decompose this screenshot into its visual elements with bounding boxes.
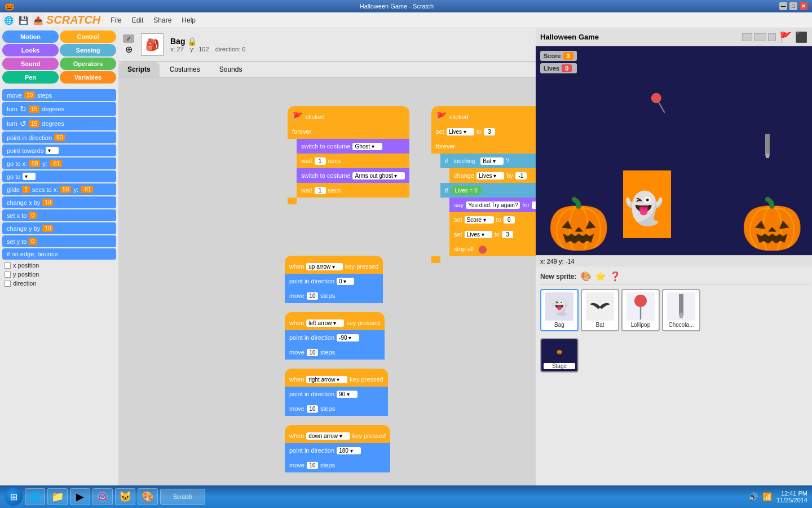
add-costume-icon[interactable]: ⊕ (125, 44, 133, 55)
block-point-dir[interactable]: point in direction 90 (2, 132, 116, 143)
move-left[interactable]: move 10 steps (285, 345, 385, 360)
tab-costumes[interactable]: Costumes (161, 62, 209, 77)
hat-up-arrow[interactable]: when up arrow ▾ key pressed (285, 256, 383, 274)
taskbar-active-window[interactable]: Scratch (160, 489, 205, 505)
cat-sound[interactable]: Sound (2, 58, 59, 70)
stage-canvas[interactable]: Score 3 Lives 0 (536, 46, 812, 255)
start-button[interactable]: ⊞ (5, 488, 23, 506)
close-button[interactable]: ✕ (800, 2, 807, 10)
forever-block-1[interactable]: forever (288, 124, 409, 139)
block-point-towards[interactable]: point towards ▾ (2, 144, 116, 156)
move-up[interactable]: move 10 steps (285, 288, 383, 303)
lollipop-sprite (648, 90, 671, 118)
checkbox-xpos[interactable]: x position (2, 261, 116, 270)
taskbar-ie[interactable]: 🌐 (25, 488, 45, 505)
hat-down-arrow[interactable]: when down arrow ▾ key pressed (285, 425, 390, 443)
block-move[interactable]: move 10 steps (2, 89, 116, 101)
block-goto-xy[interactable]: go to x: 58 y: -81 (2, 157, 116, 169)
speaker-icon: 🔊 (748, 492, 758, 501)
stop-all-block[interactable]: stop all ⬤ (449, 242, 536, 256)
wait-2[interactable]: wait 1 secs (297, 183, 409, 198)
switch-costume-2[interactable]: switch to costume Arms out ghost ▾ (297, 168, 409, 183)
tab-scripts[interactable]: Scripts (118, 62, 160, 77)
point-dir-right[interactable]: point in direction 90 ▾ (285, 387, 388, 401)
switch-costume-1[interactable]: switch to costume Ghost ▾ (297, 139, 409, 154)
if-lives-zero[interactable]: if Lives = 0 (440, 183, 536, 198)
menu-file[interactable]: File (106, 14, 126, 27)
view-btn-2[interactable] (754, 33, 766, 41)
globe-icon[interactable]: 🌐 (2, 14, 15, 27)
menu-help[interactable]: Help (177, 14, 200, 27)
block-turn-ccw[interactable]: turn ↺ 15 degrees (2, 117, 116, 130)
scripts-area[interactable]: 🚩 clicked forever switch to costume Ghos… (118, 78, 536, 508)
point-dir-down[interactable]: point in direction 180 ▾ (285, 443, 390, 458)
sprite-card-bat[interactable]: Bat (581, 289, 619, 331)
view-btn-1[interactable] (742, 33, 752, 41)
paint-sprite-btn[interactable]: 🎨 (580, 271, 592, 282)
point-dir-up[interactable]: point in direction 0 ▾ (285, 274, 383, 288)
stage-controls: 🚩 ⬛ (742, 31, 807, 43)
move-down[interactable]: move 10 steps (285, 458, 390, 472)
bat-name: Bat (584, 322, 616, 328)
cat-pen[interactable]: Pen (2, 71, 59, 84)
green-flag-btn[interactable]: 🚩 (779, 31, 792, 43)
taskbar-chrome[interactable] (92, 488, 113, 505)
block-goto[interactable]: go to ▾ (2, 170, 116, 182)
hat-left-arrow[interactable]: when left arrow ▾ key pressed (285, 312, 385, 330)
set-lives-3[interactable]: set Lives ▾ to 3 (449, 227, 536, 242)
star-sprite-btn[interactable]: ⭐ (595, 271, 606, 282)
cat-sensing[interactable]: Sensing (60, 44, 116, 56)
checkbox-ypos[interactable]: y position (2, 270, 116, 279)
stage-card[interactable]: 🎃 Stage (540, 338, 579, 373)
hat-right-arrow[interactable]: when right arrow ▾ key pressed (285, 369, 388, 387)
taskbar-scratch[interactable]: 🐱 (115, 488, 135, 505)
minimize-button[interactable]: — (779, 2, 787, 10)
stop-btn[interactable]: ⬛ (795, 31, 807, 43)
maximize-button[interactable]: □ (789, 2, 797, 10)
cat-motion[interactable]: Motion (2, 30, 59, 43)
set-score-zero[interactable]: set Score ▾ to 0 (449, 212, 536, 227)
wait-1[interactable]: wait 1 secs (297, 154, 409, 168)
move-right[interactable]: move 10 steps (285, 401, 388, 416)
cat-control[interactable]: Control (60, 30, 116, 43)
block-glide[interactable]: glide 1 secs to x: 58 y: -81 (2, 183, 116, 195)
block-turn-cw[interactable]: turn ↻ 15 degrees (2, 102, 116, 116)
taskbar-media[interactable]: ▶ (70, 488, 90, 505)
sprite-card-bag[interactable]: 👻 Bag (540, 289, 579, 331)
save-icon[interactable]: 💾 (17, 14, 29, 27)
change-lives-block[interactable]: change Lives ▾ by -1 (449, 168, 536, 183)
block-change-y[interactable]: change y by 10 (2, 222, 116, 234)
menu-edit[interactable]: Edit (127, 14, 148, 27)
taskbar: ⊞ 🌐 📁 ▶ 🐱 🎨 Scratch 🔊 📶 12:41 PM 11/25/2… (0, 485, 812, 508)
sprite-card-lollipop[interactable]: Lollipop (621, 289, 660, 331)
cat-operators[interactable]: Operators (60, 58, 116, 70)
lives-row: Lives 0 (540, 63, 577, 73)
view-btn-3[interactable] (768, 33, 776, 41)
hat-when-clicked-2[interactable]: 🚩 clicked (431, 106, 536, 124)
tab-sounds[interactable]: Sounds (210, 62, 251, 77)
block-set-y[interactable]: set y to 0 (2, 235, 116, 247)
block-set-x[interactable]: set x to 0 (2, 209, 116, 221)
sprite-card-chocolate[interactable]: Chocola... (662, 289, 700, 331)
share-icon[interactable]: 📤 (32, 14, 44, 27)
random-sprite-btn[interactable]: ❓ (610, 271, 621, 282)
svg-rect-6 (679, 294, 683, 316)
block-edge-bounce[interactable]: if on edge, bounce (2, 248, 116, 260)
cat-variables[interactable]: Variables (60, 71, 116, 84)
point-dir-left[interactable]: point in direction -90 ▾ (285, 330, 385, 345)
say-block[interactable]: say You died.Try again? for 2 secs (449, 198, 536, 212)
script-up-arrow: when up arrow ▾ key pressed point in dir… (285, 256, 383, 303)
block-change-x[interactable]: change x by 10 (2, 196, 116, 208)
hat-when-clicked-1[interactable]: 🚩 clicked (288, 106, 409, 124)
if-touching-bat[interactable]: if touching Bat ▾ ? (440, 154, 536, 168)
lock-icon[interactable]: 🔒 (187, 37, 197, 46)
cat-looks[interactable]: Looks (2, 44, 59, 56)
expand-icon[interactable]: ⤢ (123, 34, 134, 43)
set-lives-block[interactable]: set Lives ▾ to 3 (431, 124, 536, 139)
taskbar-paint[interactable]: 🎨 (138, 488, 158, 505)
menu-share[interactable]: Share (149, 14, 176, 27)
flag-icon-2: 🚩 (436, 112, 447, 122)
forever-block-2[interactable]: forever (431, 139, 536, 154)
checkbox-direction[interactable]: direction (2, 279, 116, 288)
taskbar-folder[interactable]: 📁 (47, 488, 68, 505)
